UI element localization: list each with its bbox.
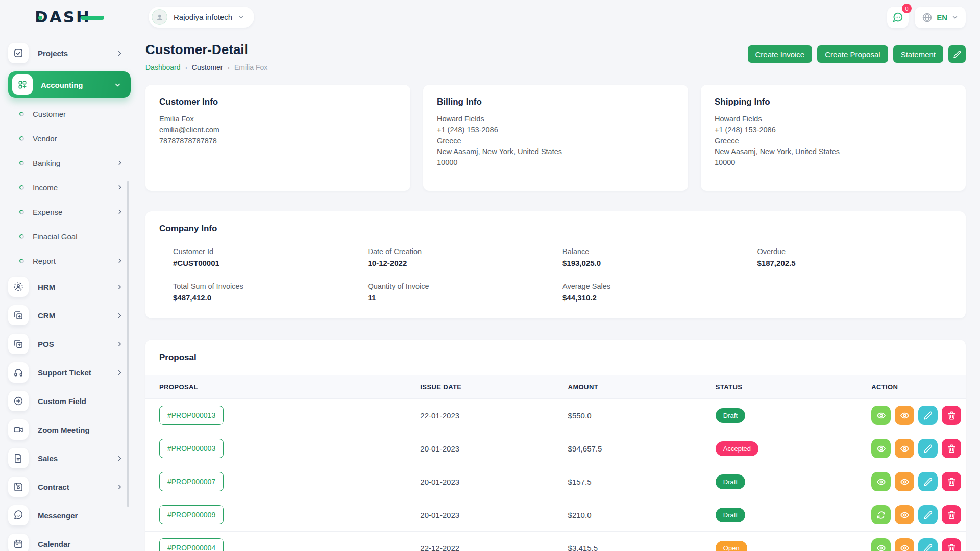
sidebar-item-contract[interactable]: Contract [8, 477, 131, 497]
delete-button[interactable] [942, 505, 961, 524]
delete-button[interactable] [942, 439, 961, 458]
edit-button[interactable] [918, 472, 938, 491]
sidebar-item-sales[interactable]: Sales [8, 448, 131, 468]
stat-value: 10-12-2022 [368, 259, 563, 267]
amount-cell: $550.0 [568, 399, 716, 432]
convert-button[interactable] [871, 505, 891, 524]
pencil-icon [923, 510, 933, 520]
proposal-id-link[interactable]: #PROP000004 [159, 538, 224, 551]
proposal-id-link[interactable]: #PROP000013 [159, 406, 224, 425]
stat-value: $44,310.2 [562, 293, 757, 302]
sidebar: Projects Accounting Customer Vendor Bank… [8, 43, 131, 551]
shipping-zip: 10000 [715, 157, 952, 168]
amount-cell: $157.5 [568, 465, 716, 498]
shipping-name: Howard Fields [715, 114, 952, 124]
refresh-icon [876, 510, 886, 520]
bullet-icon [19, 136, 24, 141]
sidebar-item-label: POS [38, 340, 54, 348]
topbar: DASH Rajodiya infotech 0 EN [0, 0, 980, 35]
workspace-avatar [152, 9, 167, 25]
sidebar-subitem-finacial-goal[interactable]: Finacial Goal [8, 228, 131, 245]
billing-name: Howard Fields [437, 114, 674, 124]
proposal-id-link[interactable]: #PROP000009 [159, 505, 224, 524]
breadcrumb-dashboard[interactable]: Dashboard [145, 63, 181, 71]
breadcrumb-customer[interactable]: Customer [192, 63, 223, 71]
page-title: Customer-Detail [145, 42, 267, 58]
eye-icon [876, 543, 886, 551]
sidebar-item-label: Support Ticket [38, 368, 91, 377]
status-badge: Accepted [716, 441, 758, 456]
proposal-id-link[interactable]: #PROP000003 [159, 439, 224, 458]
sidebar-item-projects[interactable]: Projects [8, 43, 131, 63]
sidebar-item-pos[interactable]: POS [8, 334, 131, 354]
stat-label: Balance [562, 247, 757, 256]
proposal-title: Proposal [145, 353, 966, 363]
edit-button[interactable] [918, 505, 938, 524]
sidebar-subitem-income[interactable]: Income [8, 179, 131, 196]
checkbox-icon [8, 43, 29, 63]
proposal-id-link[interactable]: #PROP000007 [159, 472, 224, 491]
view-button[interactable] [871, 472, 891, 491]
sidebar-subitem-report[interactable]: Report [8, 252, 131, 269]
preview-button[interactable] [895, 505, 914, 524]
edit-button[interactable] [918, 439, 938, 458]
preview-button[interactable] [895, 406, 914, 425]
message-icon [8, 505, 29, 525]
edit-button[interactable] [918, 406, 938, 425]
preview-button[interactable] [895, 538, 914, 551]
table-row: #PROP000007 20-01-2023 $157.5 Draft [145, 465, 966, 498]
sidebar-subitem-vendor[interactable]: Vendor [8, 130, 131, 147]
billing-phone: +1 (248) 153-2086 [437, 124, 674, 135]
delete-button[interactable] [942, 406, 961, 425]
sidebar-item-label: HRM [38, 283, 55, 291]
view-button[interactable] [871, 439, 891, 458]
sidebar-item-crm[interactable]: CRM [8, 305, 131, 325]
preview-button[interactable] [895, 439, 914, 458]
sidebar-item-messenger[interactable]: Messenger [8, 505, 131, 525]
chevron-right-icon [116, 159, 124, 166]
brand-logo[interactable]: DASH [35, 9, 91, 25]
statement-button[interactable]: Statement [893, 45, 943, 63]
sidebar-item-label: Calendar [38, 540, 70, 548]
stat-overdue: Overdue $187,202.5 [757, 247, 952, 267]
edit-button[interactable] [918, 538, 938, 551]
preview-button[interactable] [895, 472, 914, 491]
company-stats-grid: Customer Id #CUST00001 Date of Creation … [173, 247, 952, 302]
messages-button[interactable]: 0 [887, 7, 909, 28]
sidebar-subitem-expense[interactable]: Expense [8, 203, 131, 220]
workspace-name: Rajodiya infotech [174, 13, 232, 21]
sidebar-scrollbar[interactable] [127, 181, 129, 507]
create-invoice-button[interactable]: Create Invoice [748, 45, 813, 63]
sidebar-item-custom-field[interactable]: Custom Field [8, 391, 131, 411]
workspace-selector[interactable]: Rajodiya infotech [149, 7, 254, 28]
sidebar-subitem-label: Expense [33, 208, 62, 216]
create-proposal-button[interactable]: Create Proposal [817, 45, 888, 63]
edit-customer-button[interactable] [948, 45, 966, 63]
sidebar-subitem-customer[interactable]: Customer [8, 105, 131, 122]
delete-button[interactable] [942, 472, 961, 491]
sidebar-item-calendar[interactable]: Calendar [8, 534, 131, 551]
copy-plus-icon [8, 334, 29, 354]
pencil-icon [923, 444, 933, 454]
sidebar-subitem-banking[interactable]: Banking [8, 154, 131, 171]
customer-phone: 78787878787878 [159, 136, 397, 146]
language-selector[interactable]: EN [915, 7, 966, 28]
view-button[interactable] [871, 538, 891, 551]
sidebar-item-label: CRM [38, 311, 55, 320]
chevron-right-icon [116, 283, 124, 291]
view-button[interactable] [871, 406, 891, 425]
delete-button[interactable] [942, 538, 961, 551]
sidebar-item-accounting[interactable]: Accounting [8, 71, 131, 98]
globe-icon [922, 12, 933, 23]
team-icon [8, 277, 29, 297]
sidebar-item-support-ticket[interactable]: Support Ticket [8, 362, 131, 383]
sidebar-item-label: Accounting [41, 81, 83, 89]
billing-info-card: Billing Info Howard Fields +1 (248) 153-… [423, 85, 688, 191]
proposal-card: Proposal PROPOSAL ISSUE DATE AMOUNT STAT… [145, 340, 966, 551]
sidebar-subitem-label: Finacial Goal [33, 232, 78, 241]
billing-address: New Aasamj, New York, United States [437, 146, 674, 157]
chevron-right-icon [116, 184, 124, 191]
sidebar-item-hrm[interactable]: HRM [8, 277, 131, 297]
person-icon [155, 13, 164, 22]
sidebar-item-zoom-meeting[interactable]: Zoom Meeting [8, 419, 131, 440]
